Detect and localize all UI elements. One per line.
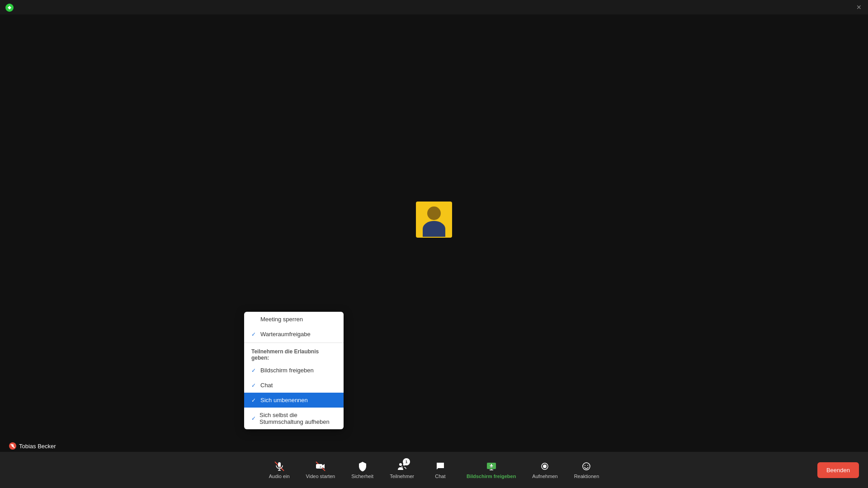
participants-label: Teilnehmer xyxy=(390,474,414,479)
reactions-icon xyxy=(581,461,592,472)
record-label: Aufnehmen xyxy=(532,474,557,479)
participant-name: Tobias Becker xyxy=(19,443,56,450)
audio-arrow: ▲ xyxy=(278,465,281,469)
check-icon-waiting: ✓ xyxy=(251,331,257,338)
chat-label: Chat xyxy=(435,474,445,479)
screenshare-arrow: ▲ xyxy=(490,465,493,469)
chat-icon xyxy=(435,461,446,472)
check-icon-chat: ✓ xyxy=(251,382,257,389)
toolbar-audio[interactable]: ▲ Audio ein xyxy=(261,457,298,483)
zoom-status-icon xyxy=(5,4,14,12)
security-dropdown: Meeting sperren ✓ Warteraumfreigabe Teil… xyxy=(244,312,344,429)
video-icon-wrap: ▲ xyxy=(315,461,326,472)
avatar-image xyxy=(416,202,452,238)
video-label: Video starten xyxy=(306,474,335,479)
participants-arrow: ▲ xyxy=(400,465,404,469)
toolbar: ▲ Audio ein ▲ Video starten Sicherheit xyxy=(0,452,868,488)
participants-icon-wrap: 1 ▲ xyxy=(396,461,407,472)
audio-label: Audio ein xyxy=(269,474,290,479)
dropdown-section-permissions: Teilnehmern die Erlaubnis geben: xyxy=(244,344,344,363)
dropdown-divider xyxy=(244,343,344,343)
reactions-icon-wrap xyxy=(581,461,592,472)
screenshare-icon-wrap: ▲ xyxy=(486,461,497,472)
top-bar: ✕ xyxy=(0,0,868,14)
dropdown-item-share-screen[interactable]: ✓ Bildschirm freigeben xyxy=(244,363,344,378)
security-icon-wrap xyxy=(357,461,368,472)
svg-rect-1 xyxy=(12,444,14,447)
security-icon xyxy=(357,461,368,472)
reactions-label: Reaktionen xyxy=(574,474,599,479)
participant-avatar xyxy=(416,202,452,238)
svg-point-17 xyxy=(587,465,588,466)
dropdown-item-rename[interactable]: ✓ Sich umbenennen xyxy=(244,393,344,408)
svg-point-16 xyxy=(585,465,585,466)
participants-count: 1 xyxy=(403,458,410,465)
video-arrow: ▲ xyxy=(319,465,322,469)
check-icon-share: ✓ xyxy=(251,367,257,374)
dropdown-item-waiting-room[interactable]: ✓ Warteraumfreigabe xyxy=(244,327,344,342)
toolbar-security[interactable]: Sicherheit xyxy=(343,457,382,483)
toolbar-record[interactable]: Aufnehmen xyxy=(524,457,566,483)
record-icon xyxy=(539,461,550,472)
security-label: Sicherheit xyxy=(351,474,373,479)
toolbar-video[interactable]: ▲ Video starten xyxy=(298,457,344,483)
check-icon-rename: ✓ xyxy=(251,397,257,404)
meeting-main-area xyxy=(0,14,868,452)
dropdown-item-unmute-self[interactable]: ✓ Sich selbst die Stummschaltung aufhebe… xyxy=(244,408,344,429)
record-icon-wrap xyxy=(539,461,550,472)
audio-icon-wrap: ▲ xyxy=(274,461,285,472)
svg-point-14 xyxy=(543,465,547,468)
screenshare-label: Bildschirm freigeben xyxy=(467,474,516,479)
toolbar-screenshare[interactable]: ▲ Bildschirm freigeben xyxy=(458,457,524,483)
mic-muted-icon xyxy=(9,442,16,450)
end-button[interactable]: Beenden xyxy=(817,462,859,478)
dropdown-item-chat[interactable]: ✓ Chat xyxy=(244,378,344,393)
chat-icon-wrap xyxy=(435,461,446,472)
toolbar-chat[interactable]: Chat xyxy=(422,457,458,483)
close-button[interactable]: ✕ xyxy=(854,2,864,13)
name-tag: Tobias Becker xyxy=(9,442,56,450)
dropdown-item-lock-meeting[interactable]: Meeting sperren xyxy=(244,312,344,327)
toolbar-reactions[interactable]: Reaktionen xyxy=(566,457,608,483)
check-icon-unmute: ✓ xyxy=(251,415,256,422)
toolbar-participants[interactable]: 1 ▲ Teilnehmer xyxy=(382,457,422,483)
